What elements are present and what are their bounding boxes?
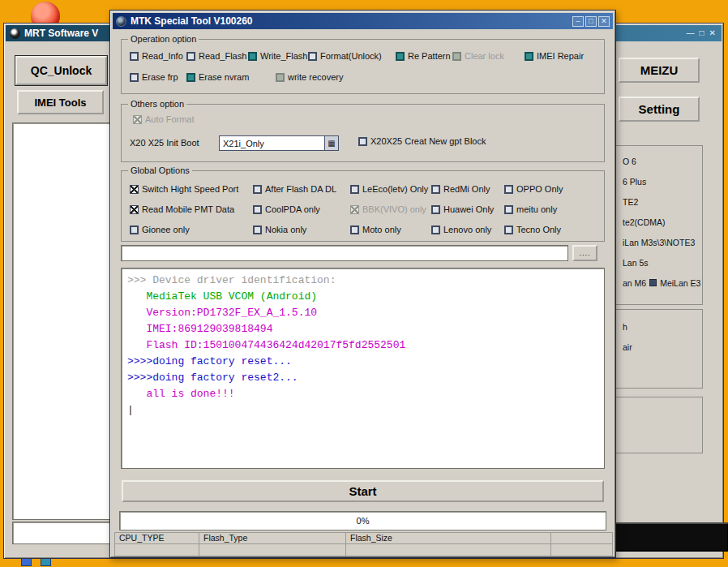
checkbox-label: Huawei Only: [443, 204, 494, 214]
checkbox-auto-format[interactable]: Auto Format: [133, 114, 195, 124]
checkbox-switch-high-speed-port[interactable]: Switch Hight Speed Port: [130, 184, 238, 194]
checkbox-tecno-only[interactable]: Tecno Only: [504, 225, 561, 234]
setting-button[interactable]: Setting: [619, 97, 700, 122]
dropdown-grid-icon[interactable]: ▦: [324, 136, 338, 150]
log-output[interactable]: >>> Device driver identification: MediaT…: [121, 268, 605, 469]
checkbox-read-mobile-pmt-data[interactable]: Read Mobile PMT Data: [130, 204, 234, 214]
checkbox-meitu-only[interactable]: meitu only: [504, 204, 557, 214]
checkbox-label: CoolPDA only: [265, 204, 320, 214]
checkbox-erase-frp[interactable]: Erase frp: [130, 72, 178, 82]
mtk-titlebar[interactable]: MTK Special Tool V100260 – □ ✕: [113, 13, 613, 29]
checkbox-box: [130, 226, 139, 234]
checkbox-box: [350, 205, 359, 214]
close-icon[interactable]: ✕: [709, 28, 716, 39]
checkbox-after-flash-da-dl[interactable]: After Flash DA DL: [253, 184, 336, 194]
checkbox-gionee-only[interactable]: Gionee only: [130, 225, 190, 234]
checkbox-clear-lock[interactable]: Clear lock: [452, 51, 504, 61]
checkbox-redmi-only[interactable]: RedMi Only: [431, 184, 490, 194]
checkbox-label: After Flash DA DL: [265, 184, 336, 194]
device-list-row[interactable]: Lan 5s: [605, 252, 702, 273]
device-list-row[interactable]: 6 Plus: [605, 171, 702, 191]
checkbox-imei-repair[interactable]: IMEI Repair: [525, 51, 584, 61]
mrt-app-icon: [10, 28, 20, 39]
device-group-1: O 66 PlusTE2te2(CDMA)iLan M3s\3\NOTE3Lan…: [604, 145, 703, 305]
taskbar-icon-1[interactable]: [21, 558, 32, 566]
checkbox-leeco-only[interactable]: LeEco(letv) Only: [350, 184, 428, 194]
checkbox-gpt-block[interactable]: X20X25 Creat New gpt Block: [358, 136, 486, 146]
checkbox-box: [396, 52, 405, 61]
checkbox-box: [431, 226, 440, 234]
checkbox-box: [253, 205, 262, 214]
close-icon[interactable]: ✕: [598, 16, 610, 27]
checkbox-nokia-only[interactable]: Nokia only: [253, 225, 306, 234]
checkbox-box: [350, 226, 359, 234]
device-group-3: [604, 397, 703, 453]
checkbox-oppo-only[interactable]: OPPO Only: [504, 184, 563, 194]
init-boot-label: X20 X25 Init Boot: [130, 138, 199, 148]
maximize-icon[interactable]: □: [700, 28, 704, 39]
checkbox-read-info[interactable]: Read_Info: [130, 51, 183, 61]
checkbox-label: Switch Hight Speed Port: [142, 184, 238, 194]
table-cell: [551, 544, 612, 556]
checkbox-box: [358, 137, 367, 146]
device-label: Lan 5s: [623, 258, 649, 268]
checkbox-label: X20X25 Creat New gpt Block: [370, 136, 486, 146]
table-header-cell: Flash_Type: [199, 533, 346, 543]
others-option-group: Others option Auto Format X20 X25 Init B…: [121, 104, 605, 162]
device-label: MeiLan E3: [660, 278, 700, 288]
checkbox-write-flash[interactable]: Write_Flash: [248, 51, 307, 61]
device-list-row[interactable]: iLan M3s\3\NOTE3: [605, 232, 702, 252]
device-list-row[interactable]: h: [605, 316, 702, 337]
qc-unlock-button[interactable]: QC_Unlock: [15, 56, 107, 85]
taskbar-icon-2[interactable]: [41, 558, 51, 566]
browse-button[interactable]: ....: [572, 245, 597, 261]
checkbox-read-flash[interactable]: Read_Flash: [186, 51, 246, 61]
log-line: >>>>doing factory reset...: [127, 354, 598, 370]
checkbox-label: Lenovo only: [443, 225, 491, 234]
mtk-app-icon: [116, 16, 126, 27]
dark-panel-button[interactable]: [611, 522, 728, 552]
checkbox-lenovo-only[interactable]: Lenovo only: [431, 225, 491, 234]
meizu-button[interactable]: MEIZU: [619, 58, 700, 83]
device-list-row[interactable]: te2(CDMA): [605, 212, 702, 232]
imei-tools-button[interactable]: IMEI Tools: [17, 90, 104, 114]
path-input[interactable]: [121, 245, 568, 261]
minimize-icon[interactable]: —: [687, 28, 695, 39]
table-row: [115, 544, 612, 556]
minimize-icon[interactable]: –: [572, 16, 584, 27]
checkbox-box: [130, 185, 139, 194]
checkbox-label: Erase frp: [142, 72, 178, 82]
checkbox-box: [276, 73, 285, 82]
device-list-row[interactable]: O 6: [605, 151, 702, 171]
device-list-row[interactable]: air: [605, 337, 702, 357]
mrt-bottom-field[interactable]: [12, 522, 112, 544]
log-line: >>> Device driver identification:: [127, 273, 598, 289]
start-button[interactable]: Start: [122, 480, 604, 502]
checkbox-box: [431, 205, 440, 214]
checkbox-re-pattern[interactable]: Re Pattern l: [396, 51, 455, 61]
device-list-row[interactable]: an M6MeiLan E3: [605, 273, 702, 293]
checkbox-box: [504, 205, 513, 214]
checkbox-label: BBK(VIVO) only: [362, 204, 426, 214]
checkbox-coolpda-only[interactable]: CoolPDA only: [253, 204, 320, 214]
log-line: |: [127, 402, 598, 419]
checkbox-box: [186, 73, 195, 82]
log-line: >>>>doing factory reset2...: [127, 370, 598, 386]
device-group-2: hair: [604, 309, 703, 389]
mtk-client-area: Operation option Read_Info Read_Flash Wr…: [113, 29, 613, 555]
checkbox-write-recovery[interactable]: write recovery: [276, 72, 343, 82]
checkbox-label: Write_Flash: [260, 51, 307, 61]
checkbox-box: [504, 185, 513, 194]
checkbox-erase-nvram[interactable]: Erase nvram: [186, 72, 249, 82]
checkbox-huawei-only[interactable]: Huawei Only: [431, 204, 494, 214]
mrt-listbox[interactable]: [12, 122, 112, 520]
checkbox-bbk-vivo-only[interactable]: BBK(VIVO) only: [350, 204, 426, 214]
checkbox-format-unlock[interactable]: Format(Unlock): [308, 51, 382, 61]
maximize-icon[interactable]: □: [585, 16, 597, 27]
device-label: an M6: [623, 278, 646, 288]
table-cell: [115, 544, 199, 556]
init-boot-dropdown[interactable]: X21i_Only ▦: [219, 135, 339, 151]
checkbox-label: Tecno Only: [516, 225, 561, 234]
device-list-row[interactable]: TE2: [605, 191, 702, 212]
checkbox-moto-only[interactable]: Moto only: [350, 225, 401, 234]
